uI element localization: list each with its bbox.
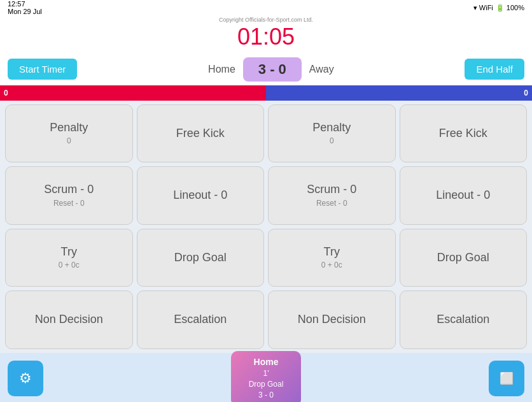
notes-button[interactable]: ⬜ <box>489 361 524 396</box>
status-date: Mon 29 Jul <box>8 8 42 15</box>
start-timer-button[interactable]: Start Timer <box>8 59 77 80</box>
grid-button-label: Penalty <box>50 120 88 135</box>
grid-button-label: Lineout - 0 <box>436 188 490 203</box>
grid-button-label: Try <box>324 245 340 259</box>
home-label: Home <box>208 64 235 75</box>
grid-button-14[interactable]: Escalation <box>137 291 265 349</box>
settings-button[interactable]: ⚙ <box>8 361 43 396</box>
grid-button-8[interactable]: Lineout - 0 <box>400 166 528 225</box>
status-time: 12:57 <box>8 0 42 8</box>
last-action-card: Home 1' Drop Goal 3 - 0 <box>231 351 301 402</box>
progress-blue: 0 <box>266 85 532 101</box>
grid-button-sub: Reset - 0 <box>53 199 85 209</box>
grid-button-5[interactable]: Scrum - 0Reset - 0 <box>5 166 133 225</box>
grid-button-sub: 0 + 0c <box>321 261 342 271</box>
grid-button-12[interactable]: Drop Goal <box>400 229 528 287</box>
last-action-score: 3 - 0 <box>244 390 288 401</box>
grid-button-label: Free Kick <box>176 126 225 141</box>
wifi-icon: ▾ WiFi <box>473 4 493 12</box>
status-bar: 12:57 Mon 29 Jul ▾ WiFi 🔋 100% <box>0 0 532 14</box>
timer-display: 01:05 <box>8 24 524 50</box>
grid-button-label: Scrum - 0 <box>44 182 94 197</box>
settings-icon: ⚙ <box>19 370 32 387</box>
progress-red: 0 <box>0 85 266 101</box>
grid-button-label: Escalation <box>437 312 489 327</box>
grid-button-sub: 0 <box>330 136 334 147</box>
grid-button-16[interactable]: Escalation <box>400 291 528 349</box>
notes-icon: ⬜ <box>500 371 514 385</box>
grid-button-10[interactable]: Drop Goal <box>137 229 265 287</box>
grid-button-sub: 0 <box>67 136 71 147</box>
grid-button-3[interactable]: Penalty0 <box>268 104 396 163</box>
grid-button-label: Drop Goal <box>437 250 489 265</box>
grid-button-label: Drop Goal <box>174 250 227 265</box>
grid-button-label: Escalation <box>174 312 227 327</box>
grid-button-4[interactable]: Free Kick <box>400 104 528 163</box>
grid-button-6[interactable]: Lineout - 0 <box>137 166 265 225</box>
grid-button-15[interactable]: Non Decision <box>268 291 396 349</box>
last-action-minute: 1' <box>244 368 288 379</box>
grid-button-7[interactable]: Scrum - 0Reset - 0 <box>268 166 396 225</box>
away-label: Away <box>309 64 334 75</box>
grid-button-label: Free Kick <box>439 126 487 141</box>
copyright-text: Copyright Officials-for-Sport.com Ltd. <box>8 17 524 23</box>
last-action-team: Home <box>244 356 288 369</box>
controls-row: Start Timer Home 3 - 0 Away End Half <box>0 54 532 85</box>
grid-button-label: Lineout - 0 <box>173 188 227 203</box>
grid-button-sub: 0 + 0c <box>59 261 80 271</box>
grid-button-label: Penalty <box>312 120 351 135</box>
last-action-type: Drop Goal <box>244 379 288 390</box>
battery-icon: 🔋 100% <box>496 4 524 12</box>
grid-button-1[interactable]: Penalty0 <box>5 104 133 163</box>
grid-button-sub: Reset - 0 <box>316 199 347 209</box>
grid-button-2[interactable]: Free Kick <box>137 104 265 163</box>
bottom-bar: ⚙ Home 1' Drop Goal 3 - 0 ⬜ <box>0 353 532 402</box>
header: Copyright Officials-for-Sport.com Ltd. 0… <box>0 14 532 54</box>
grid-button-13[interactable]: Non Decision <box>5 291 133 349</box>
status-left: 12:57 Mon 29 Jul <box>8 0 42 15</box>
grid-button-label: Scrum - 0 <box>307 182 356 197</box>
grid-button-label: Try <box>61 245 77 259</box>
grid-button-label: Non Decision <box>298 312 366 327</box>
grid-button-11[interactable]: Try0 + 0c <box>268 229 396 287</box>
main-grid: Penalty0Free KickPenalty0Free KickScrum … <box>0 101 532 353</box>
progress-bar: 0 0 <box>0 85 532 101</box>
score-area: Home 3 - 0 Away <box>82 57 459 82</box>
grid-button-label: Non Decision <box>35 312 103 327</box>
score-box: 3 - 0 <box>243 57 302 82</box>
grid-button-9[interactable]: Try0 + 0c <box>5 229 133 287</box>
end-half-button[interactable]: End Half <box>465 59 524 80</box>
status-right: ▾ WiFi 🔋 100% <box>473 4 524 12</box>
